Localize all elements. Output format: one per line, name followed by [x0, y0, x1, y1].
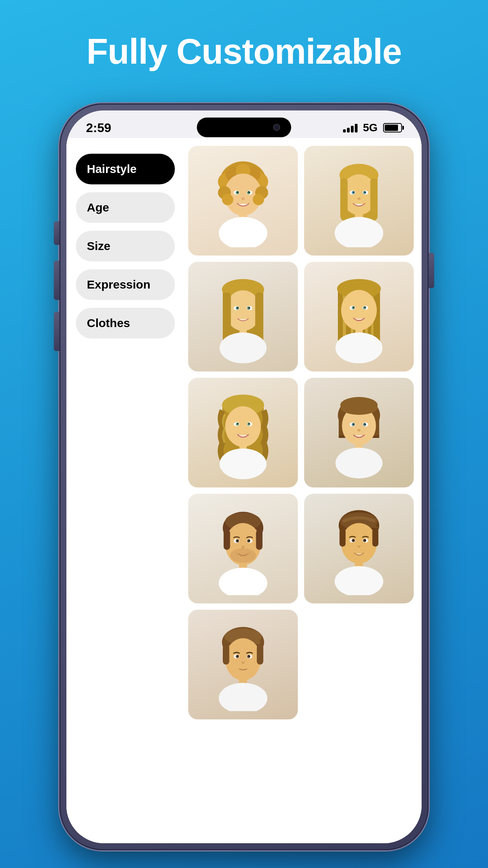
svg-point-17	[222, 194, 233, 205]
svg-point-9	[237, 191, 238, 193]
signal-bar-4	[355, 124, 358, 132]
svg-rect-24	[370, 178, 378, 219]
svg-point-61	[336, 333, 383, 363]
svg-point-31	[357, 197, 360, 200]
photo-grid	[184, 138, 422, 843]
svg-point-19	[253, 194, 264, 205]
status-right-icons: 5G	[343, 121, 402, 134]
svg-point-87	[336, 448, 383, 478]
sidebar-item-expression[interactable]: Expression	[76, 269, 175, 300]
svg-point-107	[219, 568, 268, 595]
svg-point-84	[364, 423, 365, 425]
phone-screen: 2:59 5G Hairstyle Age Size	[66, 110, 422, 843]
signal-bar-2	[347, 128, 350, 132]
svg-rect-23	[340, 178, 348, 219]
svg-point-44	[248, 307, 250, 308]
signal-bar-3	[351, 126, 354, 132]
volume-down-button	[54, 312, 59, 351]
battery-fill	[385, 125, 398, 131]
signal-icon	[343, 123, 358, 132]
svg-point-102	[244, 555, 245, 556]
photo-cell-6[interactable]	[304, 378, 414, 487]
sidebar-item-hairstyle[interactable]: Hairstyle	[76, 154, 175, 184]
svg-point-131	[248, 655, 250, 657]
battery-icon	[383, 123, 402, 132]
sidebar-item-age[interactable]: Age	[76, 192, 175, 223]
signal-bar-1	[343, 129, 346, 132]
app-content: Hairstyle Age Size Expression Clothes	[66, 138, 422, 843]
photo-cell-4[interactable]	[304, 262, 414, 371]
svg-point-27	[353, 191, 354, 193]
sidebar: Hairstyle Age Size Expression Clothes	[66, 138, 184, 843]
silent-button	[54, 221, 59, 245]
power-button	[429, 253, 434, 288]
svg-rect-111	[339, 528, 345, 546]
svg-point-70	[248, 423, 250, 424]
sidebar-item-size[interactable]: Size	[76, 231, 175, 261]
svg-point-128	[237, 655, 238, 657]
phone-mockup: 2:59 5G Hairstyle Age Size	[59, 103, 429, 850]
svg-point-105	[249, 553, 250, 554]
sidebar-item-clothes[interactable]: Clothes	[76, 308, 175, 338]
svg-point-103	[248, 554, 248, 555]
photo-cell-3[interactable]	[188, 262, 298, 371]
svg-point-72	[220, 449, 267, 479]
photo-cell-2[interactable]	[304, 146, 414, 256]
page-title: Fully Customizable	[86, 31, 402, 72]
dynamic-island	[197, 118, 291, 137]
svg-point-115	[353, 539, 354, 541]
status-time: 2:59	[86, 121, 111, 135]
svg-point-99	[248, 540, 250, 541]
svg-rect-92	[256, 530, 262, 550]
volume-up-button	[54, 261, 59, 300]
svg-point-59	[364, 307, 365, 308]
svg-point-133	[219, 683, 268, 711]
svg-point-67	[237, 423, 238, 424]
svg-point-53	[341, 290, 377, 330]
photo-cell-1[interactable]	[188, 146, 298, 256]
svg-point-56	[353, 307, 354, 308]
svg-point-120	[335, 566, 383, 595]
svg-point-15	[219, 217, 268, 247]
svg-point-46	[220, 333, 267, 363]
svg-point-30	[364, 191, 365, 193]
svg-point-33	[335, 217, 383, 247]
svg-rect-124	[223, 644, 229, 665]
svg-point-104	[236, 553, 237, 554]
photo-cell-8[interactable]	[304, 494, 414, 603]
svg-rect-91	[224, 530, 230, 550]
photo-cell-7[interactable]	[188, 494, 298, 603]
svg-point-96	[237, 540, 238, 541]
svg-point-78	[340, 400, 378, 415]
svg-point-81	[353, 423, 354, 425]
svg-point-12	[248, 191, 250, 193]
svg-point-41	[237, 307, 238, 308]
photo-cell-5[interactable]	[188, 378, 298, 487]
photo-cell-9[interactable]	[188, 610, 298, 719]
svg-rect-125	[257, 644, 263, 665]
svg-point-118	[364, 539, 365, 541]
network-type: 5G	[363, 121, 378, 134]
svg-rect-112	[372, 528, 378, 546]
svg-point-64	[225, 406, 261, 447]
svg-point-123	[225, 638, 261, 680]
svg-point-85	[357, 429, 360, 431]
svg-point-100	[238, 554, 238, 555]
svg-point-101	[240, 555, 241, 556]
svg-point-110	[341, 523, 377, 564]
front-camera	[273, 124, 280, 131]
svg-point-13	[241, 197, 244, 200]
